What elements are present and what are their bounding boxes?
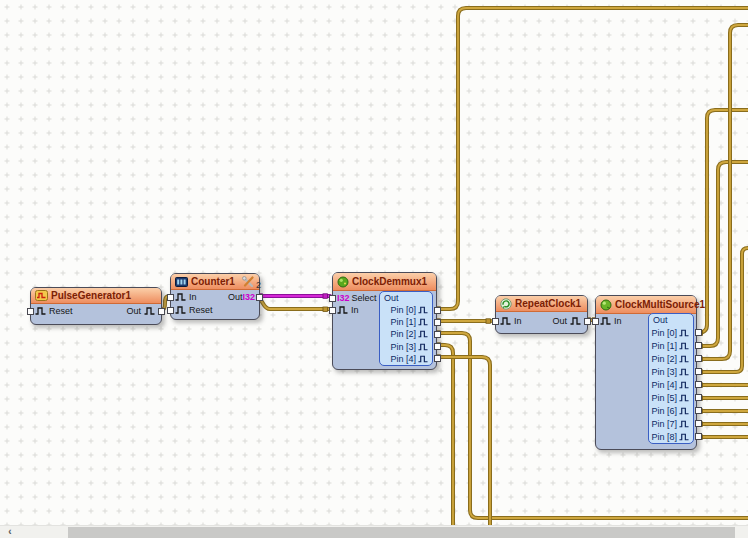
block-title: RepeatClock1 <box>515 298 581 309</box>
block-title: Counter1 <box>191 276 235 287</box>
pin-label: Pin [0] <box>390 305 416 315</box>
pin-reset-label: Reset <box>175 304 213 316</box>
output-pin[interactable] <box>695 394 702 401</box>
pin-row: Pin [0] <box>380 304 432 316</box>
pin-in[interactable] <box>592 318 599 325</box>
pin-row: Pin [2] <box>649 352 693 365</box>
block-repeatclock1[interactable]: RepeatClock1 In Out <box>495 295 588 334</box>
clock-icon <box>35 307 46 315</box>
output-pin[interactable] <box>695 433 702 440</box>
pin-label: Pin [2] <box>390 329 416 339</box>
scroll-left-arrow-icon[interactable]: ‹ <box>4 526 16 538</box>
clock-icon <box>418 330 428 338</box>
pin-in[interactable] <box>329 307 336 314</box>
pin-label: Pin [5] <box>651 393 677 403</box>
clock-icon <box>600 317 611 325</box>
block-header: ClockMultiSource1 <box>596 296 696 314</box>
clock-icon <box>679 329 689 337</box>
pin-out-label: Out <box>126 305 155 317</box>
pin-in-label: In <box>175 291 197 303</box>
pin-out[interactable] <box>256 294 263 301</box>
pin-in-label: In <box>337 304 359 316</box>
clock-icon <box>418 318 428 326</box>
pin-row: Pin [1] <box>380 316 432 328</box>
clock-icon <box>175 306 186 314</box>
output-pin[interactable] <box>434 331 441 338</box>
pin-out[interactable] <box>158 308 165 315</box>
pin-row: Pin [8] <box>649 430 693 443</box>
pin-reset[interactable] <box>167 307 174 314</box>
settings-wrench-icon[interactable] <box>242 276 255 288</box>
multisource-out-box: Out Pin [0] Pin [1] Pin [2] Pin [3] <box>648 313 694 444</box>
pin-label: Pin [1] <box>651 341 677 351</box>
output-pin[interactable] <box>695 329 702 336</box>
clock-icon <box>175 293 186 301</box>
pin-label: Pin [4] <box>651 380 677 390</box>
block-title: PulseGenerator1 <box>51 290 131 301</box>
pin-reset[interactable] <box>27 308 34 315</box>
scrollbar-thumb[interactable] <box>68 527 735 538</box>
pin-label: Pin [8] <box>651 432 677 442</box>
clock-icon <box>679 368 689 376</box>
pin-row: Pin [2] <box>380 328 432 340</box>
pin-out[interactable] <box>584 318 591 325</box>
block-header: RepeatClock1 <box>496 296 587 312</box>
demmux-out-box: Out Pin [0] Pin [1] Pin [2] Pin [3] <box>379 291 433 366</box>
output-pin[interactable] <box>695 342 702 349</box>
design-canvas[interactable]: { "blocks": { "pulse_generator": { "titl… <box>0 0 748 538</box>
output-pin[interactable] <box>434 319 441 326</box>
pin-label: Pin [4] <box>390 354 416 364</box>
clock-icon <box>570 317 581 325</box>
repeat-clock-icon <box>500 298 512 310</box>
output-pin[interactable] <box>695 381 702 388</box>
pin-label: Pin [0] <box>651 328 677 338</box>
clock-icon <box>144 307 155 315</box>
pin-label: Pin [7] <box>651 419 677 429</box>
clock-icon <box>679 394 689 402</box>
pin-in-label: In <box>600 315 622 327</box>
clock-icon <box>679 342 689 350</box>
pin-select-label: I32 Select <box>337 292 377 304</box>
pin-row: Pin [3] <box>649 365 693 378</box>
clock-icon <box>679 420 689 428</box>
pin-in[interactable] <box>167 294 174 301</box>
block-header: Counter1 <box>171 274 259 290</box>
output-pin[interactable] <box>695 420 702 427</box>
block-pulsegenerator1[interactable]: PulseGenerator1 Reset Out <box>30 287 162 325</box>
i32-type-badge: I32 <box>242 292 255 302</box>
counter-icon <box>175 277 188 287</box>
block-header: ClockDemmux1 <box>333 273 436 291</box>
pin-row: Pin [3] <box>380 341 432 353</box>
out-box-title: Out <box>380 292 432 304</box>
pin-in[interactable] <box>492 318 499 325</box>
output-pin[interactable] <box>695 407 702 414</box>
pulse-generator-icon <box>35 290 48 301</box>
clock-icon <box>679 407 689 415</box>
output-pin[interactable] <box>434 343 441 350</box>
pin-label: Pin [3] <box>651 367 677 377</box>
connection-count-badge: 2 <box>256 280 261 290</box>
clock-icon <box>679 433 689 441</box>
clock-demmux-icon <box>337 276 349 288</box>
output-pin[interactable] <box>434 307 441 314</box>
output-pin[interactable] <box>695 355 702 362</box>
pin-in-label: In <box>500 315 522 327</box>
pin-label: Pin [2] <box>651 354 677 364</box>
block-clockmultisource1[interactable]: ClockMultiSource1 In Out Pin [0] Pin [1]… <box>595 295 697 450</box>
pin-select[interactable] <box>329 295 336 302</box>
block-clockdemmux1[interactable]: ClockDemmux1 I32 Select In Out Pin [0] P… <box>332 272 437 370</box>
output-pin[interactable] <box>434 355 441 362</box>
clock-icon <box>679 381 689 389</box>
output-pin[interactable] <box>695 368 702 375</box>
pin-row: Pin [5] <box>649 391 693 404</box>
clock-icon <box>500 317 511 325</box>
block-title: ClockMultiSource1 <box>615 299 705 310</box>
horizontal-scrollbar[interactable]: ‹ <box>0 525 748 538</box>
block-counter1[interactable]: Counter1 In Out I32 Reset <box>170 273 260 320</box>
pin-row: Pin [1] <box>649 339 693 352</box>
pin-reset-label: Reset <box>35 305 73 317</box>
pin-label: Pin [3] <box>390 342 416 352</box>
pin-row: Pin [0] <box>649 326 693 339</box>
clock-icon <box>418 355 428 363</box>
out-box-title: Out <box>649 314 693 326</box>
